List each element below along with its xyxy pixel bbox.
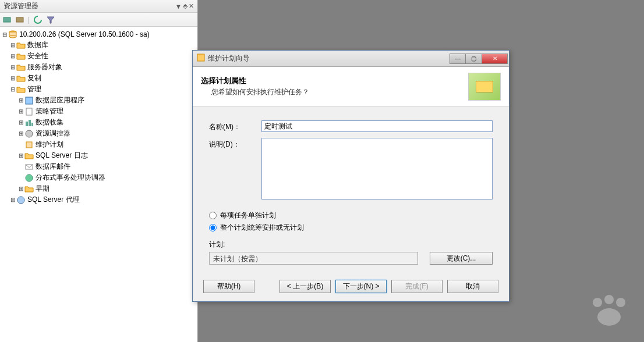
banner-image bbox=[468, 73, 501, 101]
back-button[interactable]: < 上一步(B) bbox=[279, 280, 331, 293]
tree-resource-governor[interactable]: ⊞ 资源调控器 bbox=[1, 128, 196, 139]
tree-maintenance-plans[interactable]: 维护计划 bbox=[1, 139, 196, 150]
svg-point-17 bbox=[604, 295, 614, 304]
toolbar-separator: | bbox=[28, 16, 30, 24]
description-label: 说明(D)： bbox=[209, 138, 261, 149]
policy-icon bbox=[24, 107, 34, 116]
expand-icon[interactable]: ⊞ bbox=[17, 152, 24, 159]
expand-icon[interactable]: ⊞ bbox=[17, 108, 24, 115]
change-schedule-button[interactable]: 更改(C)... bbox=[430, 252, 493, 265]
svg-rect-7 bbox=[26, 122, 28, 126]
object-explorer-panel: 资源管理器 ▼ ⬘ ✕ | ⊟ 10.200.0.26 (SQL Server … bbox=[0, 0, 198, 342]
radio-single-input[interactable] bbox=[209, 224, 217, 231]
dialog-footer: 帮助(H) < 上一步(B) 下一步(N) > 完成(F) 取消 bbox=[193, 273, 509, 301]
plan-section: 计划: 未计划（按需） 更改(C)... bbox=[209, 240, 493, 265]
tree-legacy[interactable]: ⊞ 早期 bbox=[1, 183, 196, 194]
svg-rect-5 bbox=[26, 97, 33, 104]
dialog-banner: 选择计划属性 您希望如何安排执行维护任务？ bbox=[193, 67, 509, 106]
expand-icon[interactable]: ⊞ bbox=[9, 42, 16, 48]
mail-icon bbox=[24, 162, 34, 172]
tree-security[interactable]: ⊞ 安全性 bbox=[1, 51, 196, 62]
svg-point-18 bbox=[616, 298, 625, 307]
expand-icon[interactable]: ⊞ bbox=[17, 97, 24, 104]
radio-separate-input[interactable] bbox=[209, 212, 217, 219]
help-button[interactable]: 帮助(H) bbox=[203, 280, 254, 293]
pin-icon[interactable]: ⬘ bbox=[183, 2, 187, 10]
plan-label: 计划: bbox=[209, 240, 493, 250]
svg-point-16 bbox=[593, 298, 602, 307]
svg-rect-0 bbox=[3, 17, 10, 22]
svg-rect-11 bbox=[26, 142, 32, 148]
dialog-titlebar[interactable]: 维护计划向导 — ▢ ✕ bbox=[193, 51, 509, 67]
expand-icon[interactable]: ⊞ bbox=[9, 197, 16, 203]
dtc-icon bbox=[24, 173, 34, 183]
panel-title: 资源管理器 bbox=[3, 1, 38, 11]
banner-title: 选择计划属性 bbox=[201, 76, 309, 86]
tree-sql-logs[interactable]: ⊞ SQL Server 日志 bbox=[1, 150, 196, 161]
application-icon bbox=[24, 96, 34, 105]
server-icon bbox=[8, 30, 17, 39]
name-label: 名称(M)： bbox=[209, 120, 261, 132]
refresh-icon[interactable] bbox=[33, 15, 43, 24]
connect-icon[interactable] bbox=[2, 15, 12, 24]
expand-icon[interactable]: ⊞ bbox=[9, 64, 16, 70]
svg-point-14 bbox=[17, 197, 24, 204]
svg-point-4 bbox=[9, 35, 16, 38]
expand-icon[interactable]: ⊞ bbox=[17, 119, 24, 126]
radio-separate-schedules[interactable]: 每项任务单独计划 bbox=[209, 211, 493, 220]
close-button[interactable]: ✕ bbox=[482, 54, 508, 64]
tree-data-tier[interactable]: ⊞ 数据层应用程序 bbox=[1, 95, 196, 106]
folder-icon bbox=[24, 151, 34, 161]
agent-icon bbox=[16, 195, 26, 205]
tree-databases[interactable]: ⊞ 数据库 bbox=[1, 40, 196, 51]
window-controls: — ▢ ✕ bbox=[450, 54, 508, 64]
tree-sql-agent[interactable]: ⊞ SQL Server 代理 bbox=[1, 194, 196, 205]
minimize-button[interactable]: — bbox=[450, 54, 466, 64]
watermark-paw-icon bbox=[586, 294, 632, 330]
expand-icon[interactable]: ⊞ bbox=[9, 75, 16, 81]
filter-icon[interactable] bbox=[46, 15, 55, 24]
dialog-body: 名称(M)： 说明(D)： 每项任务单独计划 整个计划统筹安排或无计划 计划: bbox=[193, 106, 509, 273]
expand-icon[interactable]: ⊞ bbox=[17, 130, 24, 137]
svg-rect-1 bbox=[16, 17, 23, 22]
description-input[interactable] bbox=[261, 138, 493, 200]
folder-icon bbox=[16, 52, 26, 61]
tree-database-mail[interactable]: 数据库邮件 bbox=[1, 161, 196, 172]
folder-icon bbox=[16, 41, 26, 50]
cancel-button[interactable]: 取消 bbox=[447, 280, 498, 293]
tree-server-root[interactable]: ⊟ 10.200.0.26 (SQL Server 10.50.1600 - s… bbox=[1, 29, 196, 40]
tree-server-objects[interactable]: ⊞ 服务器对象 bbox=[1, 62, 196, 73]
close-panel-icon[interactable]: ✕ bbox=[189, 2, 194, 10]
next-button[interactable]: 下一步(N) > bbox=[335, 280, 387, 293]
folder-icon bbox=[16, 74, 26, 83]
schedule-radio-group: 每项任务单独计划 整个计划统筹安排或无计划 bbox=[209, 211, 493, 233]
expand-icon[interactable]: ⊞ bbox=[9, 53, 16, 59]
tree-data-collection[interactable]: ⊞ 数据收集 bbox=[1, 117, 196, 128]
expand-icon[interactable]: ⊞ bbox=[17, 186, 24, 192]
svg-point-13 bbox=[26, 174, 33, 181]
maintenance-icon bbox=[24, 140, 34, 149]
maintenance-plan-wizard-dialog: 维护计划向导 — ▢ ✕ 选择计划属性 您希望如何安排执行维护任务？ 名称(M)… bbox=[192, 50, 509, 302]
svg-rect-15 bbox=[197, 54, 204, 61]
folder-icon bbox=[16, 85, 26, 94]
tree-management[interactable]: ⊟ 管理 bbox=[1, 84, 196, 95]
collection-icon bbox=[24, 118, 34, 127]
panel-header: 资源管理器 ▼ ⬘ ✕ bbox=[0, 0, 197, 13]
disconnect-icon[interactable] bbox=[15, 15, 24, 24]
tree-replication[interactable]: ⊞ 复制 bbox=[1, 73, 196, 84]
svg-rect-6 bbox=[26, 108, 32, 115]
governor-icon bbox=[24, 129, 34, 138]
maximize-button[interactable]: ▢ bbox=[466, 54, 482, 64]
plan-display: 未计划（按需） bbox=[209, 252, 418, 265]
folder-icon bbox=[24, 184, 34, 194]
dropdown-icon[interactable]: ▼ bbox=[175, 3, 182, 10]
name-input[interactable] bbox=[261, 120, 493, 132]
tree-policy-mgmt[interactable]: ⊞ 策略管理 bbox=[1, 106, 196, 117]
banner-subtitle: 您希望如何安排执行维护任务？ bbox=[211, 87, 309, 97]
svg-point-10 bbox=[26, 130, 33, 137]
collapse-icon[interactable]: ⊟ bbox=[9, 86, 16, 92]
tree-dtc[interactable]: 分布式事务处理协调器 bbox=[1, 172, 196, 183]
radio-single-schedule[interactable]: 整个计划统筹安排或无计划 bbox=[209, 223, 493, 233]
collapse-icon[interactable]: ⊟ bbox=[1, 31, 8, 38]
panel-header-controls: ▼ ⬘ ✕ bbox=[175, 2, 194, 10]
